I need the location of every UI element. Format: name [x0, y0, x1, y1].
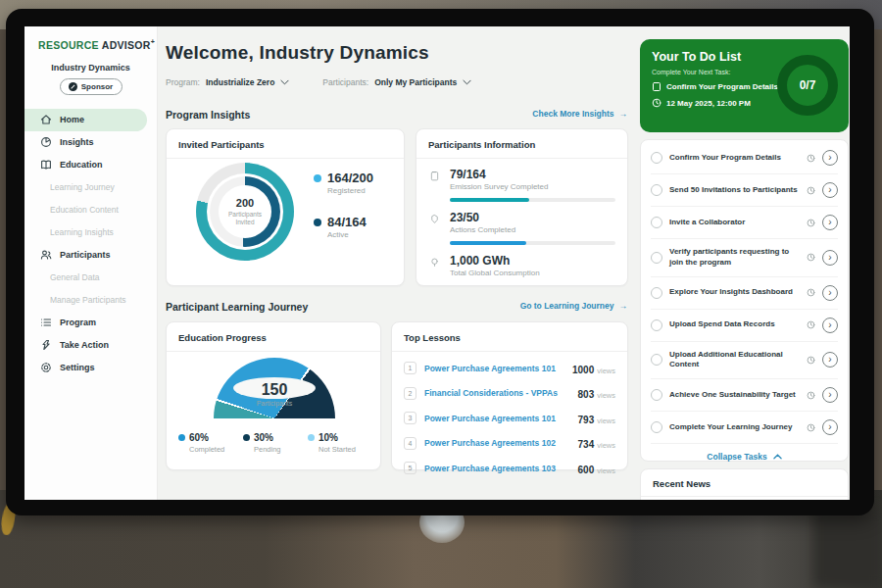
sidebar-item-label: Take Action: [60, 340, 109, 350]
sidebar-item-label: Home: [60, 115, 84, 124]
legend-completed: 60% Completed: [178, 432, 243, 454]
task-row[interactable]: Invite a Collaborator ›: [651, 207, 838, 239]
info-value: 79/164: [450, 168, 548, 181]
section-learning-journey: Participant Learning Journey: [166, 301, 308, 313]
collapse-tasks-link[interactable]: Collapse Tasks: [651, 444, 838, 462]
lesson-row: 2 Financial Considerations - VPPAs 803vi…: [392, 377, 627, 403]
task-row[interactable]: Upload Additional Educational Content ›: [651, 342, 838, 380]
program-filter[interactable]: Program: Industrialize Zero: [166, 77, 289, 87]
sidebar-item-participants[interactable]: Participants: [24, 244, 157, 267]
check-more-insights-link[interactable]: Check More Insights →: [532, 109, 627, 119]
sidebar-item-general-data[interactable]: General Data: [24, 267, 157, 289]
section-program-insights: Program Insights: [166, 109, 250, 121]
home-icon: [40, 114, 52, 125]
task-checkbox[interactable]: [651, 354, 662, 366]
clock-icon: [807, 320, 815, 329]
chevron-right-icon: ›: [828, 389, 831, 400]
sidebar-item-education-content[interactable]: Education Content: [24, 199, 157, 221]
legend-value: 164/200: [327, 171, 373, 185]
sidebar-item-insights[interactable]: Insights: [24, 131, 157, 154]
hand-action-icon: [40, 339, 52, 351]
filter-bar: Program: Industrialize Zero Participants…: [166, 77, 471, 87]
task-checkbox[interactable]: [651, 217, 662, 228]
lesson-link[interactable]: Power Purchase Agreements 102: [424, 438, 570, 448]
legend-not-started: 10% Not Started: [308, 432, 372, 454]
task-row[interactable]: Verify participants requesting to join t…: [651, 239, 838, 277]
sidebar-item-learning-journey[interactable]: Learning Journey: [24, 176, 157, 199]
invited-donut-chart: 200 Participants Invited: [196, 163, 294, 261]
task-checkbox[interactable]: [651, 389, 662, 401]
task-chevron-button[interactable]: ›: [822, 215, 838, 230]
gauge-legend: 60% Completed 30% Pending 10% Not Starte…: [178, 432, 372, 454]
task-checkbox[interactable]: [651, 184, 662, 196]
task-label: Invite a Collaborator: [669, 218, 800, 228]
chevron-down-icon: [280, 79, 289, 85]
sidebar-item-program[interactable]: Program: [24, 312, 157, 334]
lesson-link[interactable]: Power Purchase Agreements 103: [424, 464, 570, 473]
task-checkbox[interactable]: [651, 287, 662, 299]
task-label: Verify participants requesting to join t…: [669, 247, 800, 269]
task-row[interactable]: Upload Spend Data Records ›: [651, 310, 838, 342]
lesson-link[interactable]: Power Purchase Agreements 101: [424, 364, 564, 373]
go-to-learning-journey-link[interactable]: Go to Learning Journey →: [520, 301, 627, 311]
sidebar-item-settings[interactable]: Settings: [24, 357, 157, 379]
task-row[interactable]: Send 50 Invitations to Participants ›: [651, 174, 838, 207]
chevron-right-icon: ›: [828, 217, 831, 227]
legend-label: Registered: [327, 186, 373, 195]
sidebar-item-learning-insights[interactable]: Learning Insights: [24, 221, 157, 244]
task-list-card: Confirm Your Program Details › Send 50 I…: [640, 139, 849, 462]
lesson-link[interactable]: Financial Considerations - VPPAs: [424, 388, 570, 398]
link-label: Check More Insights: [532, 109, 613, 119]
task-checkbox[interactable]: [651, 252, 662, 264]
task-checkbox[interactable]: [651, 421, 662, 433]
task-row[interactable]: Achieve One Sustainability Target ›: [651, 379, 838, 412]
task-chevron-button[interactable]: ›: [822, 285, 838, 301]
task-chevron-button[interactable]: ›: [822, 318, 838, 333]
sponsor-icon: [69, 82, 77, 91]
app-logo[interactable]: RESOURCE ADVISOR+: [24, 26, 157, 51]
education-progress-card: Education Progress 150 Participants 60% …: [166, 321, 381, 470]
lesson-rank: 4: [404, 437, 416, 450]
participants-filter[interactable]: Participants: Only My Participants: [322, 77, 471, 87]
clock-icon: [807, 423, 815, 432]
sidebar-item-label: Learning Insights: [50, 227, 114, 237]
task-chevron-button[interactable]: ›: [822, 250, 838, 266]
task-label: Send 50 Invitations to Participants: [669, 185, 800, 196]
info-value: 23/50: [450, 211, 515, 224]
task-chevron-button[interactable]: ›: [822, 182, 838, 198]
lesson-link[interactable]: Power Purchase Agreements 101: [424, 414, 570, 423]
next-task-label: Confirm Your Program Details: [666, 82, 778, 91]
legend-dot: [314, 219, 321, 226]
sidebar-item-take-action[interactable]: Take Action: [24, 334, 157, 357]
collapse-label: Collapse Tasks: [707, 452, 766, 462]
lesson-views: 1000: [572, 365, 594, 375]
sidebar-item-home[interactable]: Home: [24, 109, 147, 131]
clock-icon: [652, 98, 662, 108]
task-row[interactable]: Confirm Your Program Details ›: [651, 142, 838, 174]
task-row[interactable]: Explore Your Insights Dashboard ›: [651, 277, 838, 310]
task-label: Confirm Your Program Details: [669, 153, 800, 164]
clipboard-icon: [428, 168, 441, 181]
todo-progress-ring: 0/7: [777, 55, 838, 116]
book-icon: [40, 159, 52, 171]
task-chevron-button[interactable]: ›: [822, 150, 838, 166]
task-checkbox[interactable]: [651, 152, 662, 164]
task-checkbox[interactable]: [651, 319, 662, 331]
sidebar-item-manage-participants[interactable]: Manage Participants: [24, 289, 157, 312]
chevron-right-icon: ›: [828, 252, 831, 263]
arrow-right-icon: →: [619, 109, 628, 119]
task-chevron-button[interactable]: ›: [822, 419, 838, 435]
chevron-right-icon: ›: [828, 354, 831, 365]
clock-icon: [807, 219, 815, 227]
monitor-bezel: RESOURCE ADVISOR+ Industry Dynamics Spon…: [6, 9, 874, 515]
task-row[interactable]: Complete Your Learning Journey ›: [651, 412, 838, 444]
legend-dot: [308, 434, 315, 441]
sidebar: RESOURCE ADVISOR+ Industry Dynamics Spon…: [24, 26, 158, 500]
task-chevron-button[interactable]: ›: [822, 352, 838, 368]
sidebar-item-education[interactable]: Education: [24, 154, 157, 176]
legend-pct: 60%: [189, 432, 209, 443]
datetime-label: 12 May 2025, 12:00 PM: [666, 99, 751, 108]
card-title: Top Lessons: [392, 322, 627, 352]
donut-center-value: 200: [236, 197, 254, 209]
task-chevron-button[interactable]: ›: [822, 387, 838, 403]
